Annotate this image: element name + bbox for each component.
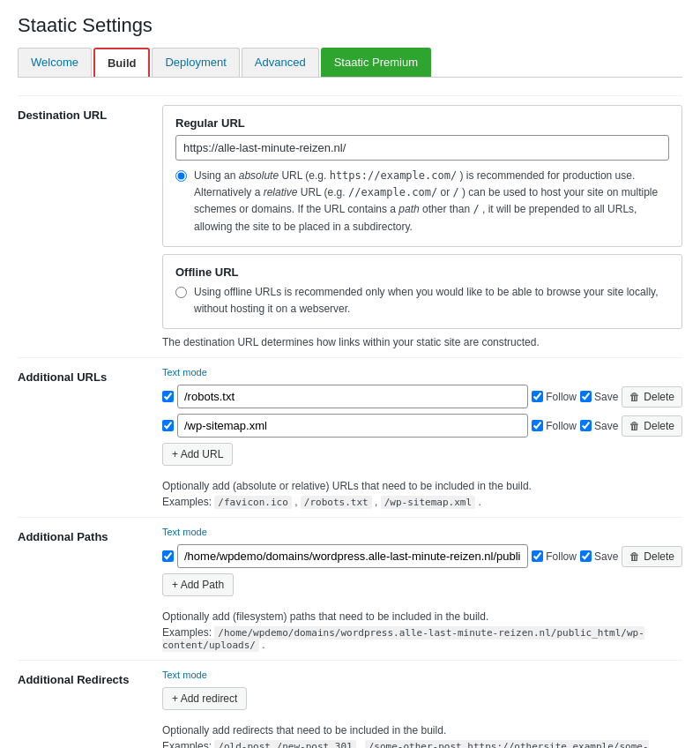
additional-paths-label: Additional Paths [18,518,159,661]
offline-url-description: Using offline URLs is recommended only w… [194,284,669,318]
additional-redirects-row: Additional Redirects Text mode + Add red… [18,661,682,748]
tab-build[interactable]: Build [93,48,151,77]
additional-url-2-input[interactable] [177,414,528,438]
additional-redirects-examples: Examples: /old-post /new-post 301 , /som… [162,740,682,748]
trash-icon-2: 🗑 [629,420,640,432]
additional-paths-examples: Examples: /home/wpdemo/domains/wordpress… [162,626,682,651]
additional-url-2-delete[interactable]: 🗑 Delete [622,415,682,437]
offline-url-card: Offline URL Using offline URLs is recomm… [162,254,682,329]
additional-url-1-input[interactable] [177,385,528,408]
destination-url-row: Destination URL Regular URL Using an abs… [18,96,682,358]
tab-welcome[interactable]: Welcome [18,48,92,77]
additional-urls-example-1: /favicon.ico [214,496,291,509]
additional-urls-row: Additional URLs Text mode Follow Save 🗑 … [18,358,682,518]
additional-url-2-follow[interactable]: Follow [532,420,577,432]
additional-urls-example-2: /robots.txt [301,496,372,509]
additional-urls-content: Text mode Follow Save 🗑 Delete [159,358,682,518]
additional-paths-row: Additional Paths Text mode Follow Save 🗑… [18,518,682,661]
tabs-nav: Welcome Build Deployment Advanced Staati… [18,48,682,78]
additional-paths-examples-label: Examples: [162,626,214,639]
regular-url-radio[interactable] [175,170,187,182]
additional-redirects-examples-label: Examples: [162,740,214,748]
additional-url-1-follow[interactable]: Follow [532,391,577,403]
destination-url-bottom-desc: The destination URL determines how links… [162,336,682,348]
additional-url-2-follow-checkbox[interactable] [532,420,543,431]
destination-url-content: Regular URL Using an absolute URL (e.g. … [159,96,682,358]
additional-url-1-save-checkbox[interactable] [580,391,592,402]
additional-redirects-label: Additional Redirects [18,661,159,748]
additional-urls-mode[interactable]: Text mode [162,367,682,378]
additional-url-1-follow-checkbox[interactable] [532,391,543,402]
additional-path-1-save[interactable]: Save [580,550,618,563]
regular-url-input[interactable] [175,135,669,161]
additional-url-2-checkbox[interactable] [162,420,174,431]
additional-url-1-delete[interactable]: 🗑 Delete [622,386,682,408]
additional-path-1-save-checkbox[interactable] [580,550,592,562]
destination-url-label: Destination URL [18,96,159,358]
additional-url-1-checkbox[interactable] [162,391,174,402]
additional-url-row-1: Follow Save 🗑 Delete [162,385,682,408]
page-title: Staatic Settings [18,14,682,37]
additional-redirects-content: Text mode + Add redirect Optionally add … [159,661,682,748]
trash-icon-1: 🗑 [629,391,640,403]
tab-staatic-premium[interactable]: Staatic Premium [321,48,431,77]
additional-paths-mode[interactable]: Text mode [162,527,682,537]
additional-redirects-mode[interactable]: Text mode [162,669,682,680]
tab-deployment[interactable]: Deployment [152,48,239,77]
offline-url-radio[interactable] [175,287,187,298]
additional-path-1-delete[interactable]: 🗑 Delete [622,546,682,567]
additional-url-1-save[interactable]: Save [580,391,618,403]
tab-advanced[interactable]: Advanced [242,48,319,77]
regular-url-description: Using an absolute URL (e.g. https://exam… [194,168,669,236]
add-redirect-button[interactable]: + Add redirect [162,687,247,710]
offline-url-label: Offline URL [175,266,669,279]
additional-urls-example-3: /wp-sitemap.xml [381,496,475,509]
additional-urls-examples-label: Examples: [162,496,214,508]
additional-url-2-save[interactable]: Save [580,420,618,432]
additional-redirects-desc: Optionally add redirects that need to be… [162,724,682,737]
additional-paths-desc: Optionally add (filesystem) paths that n… [162,610,682,623]
additional-path-1-follow-checkbox[interactable] [532,550,543,562]
additional-urls-label: Additional URLs [18,358,159,518]
regular-url-label: Regular URL [175,116,669,130]
additional-urls-desc: Optionally add (absolute or relative) UR… [162,480,682,492]
additional-urls-examples: Examples: /favicon.ico , /robots.txt , /… [162,496,682,508]
additional-url-2-save-checkbox[interactable] [580,420,592,431]
additional-paths-content: Text mode Follow Save 🗑 Delete + Add P [159,518,682,661]
add-path-button[interactable]: + Add Path [162,573,234,596]
additional-path-1-follow[interactable]: Follow [532,550,577,563]
additional-path-1-checkbox[interactable] [162,550,174,562]
additional-url-row-2: Follow Save 🗑 Delete [162,414,682,438]
trash-icon-path-1: 🗑 [629,550,640,563]
additional-path-1-input[interactable] [177,544,528,568]
add-url-button[interactable]: + Add URL [162,443,233,466]
additional-redirects-example-1: /old-post /new-post 301 [214,740,355,748]
regular-url-card: Regular URL Using an absolute URL (e.g. … [162,105,682,247]
additional-paths-example-1: /home/wpdemo/domains/wordpress.alle-last… [162,626,644,652]
settings-table: Destination URL Regular URL Using an abs… [18,95,682,748]
additional-path-row-1: Follow Save 🗑 Delete [162,544,682,568]
